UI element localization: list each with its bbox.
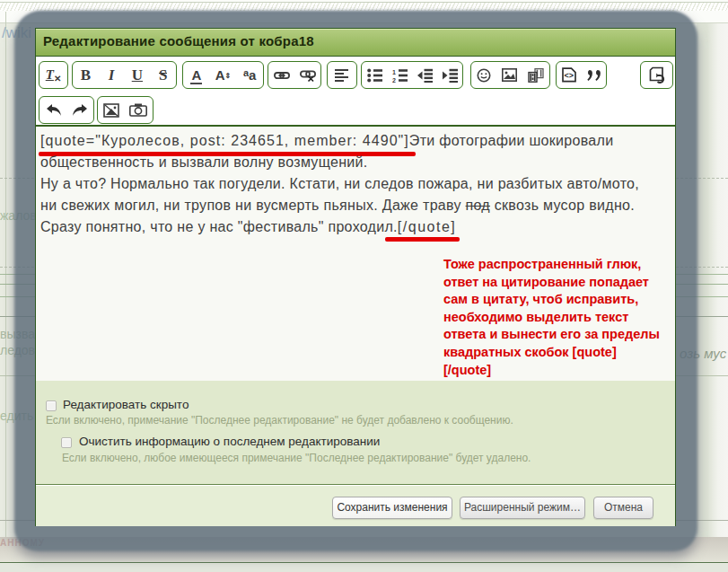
svg-text:1: 1	[392, 68, 396, 75]
svg-text:<>: <>	[564, 71, 574, 80]
svg-text:2: 2	[392, 76, 396, 83]
